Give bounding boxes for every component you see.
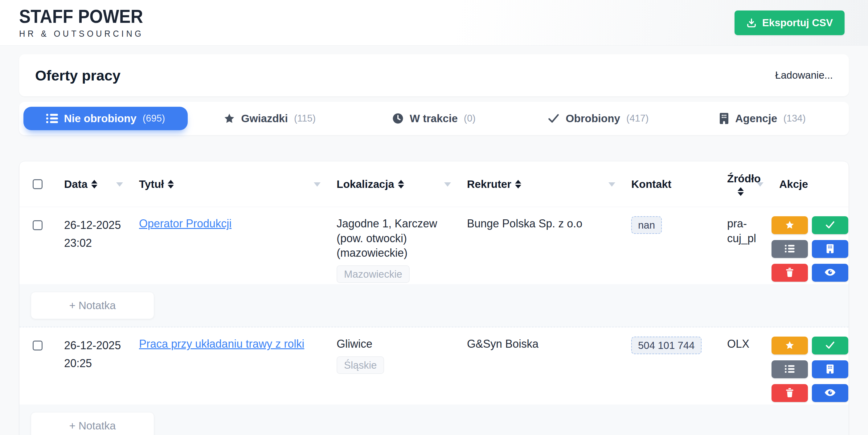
sort-icon	[91, 180, 97, 188]
star-icon	[785, 220, 794, 230]
column-label: Źródło	[727, 172, 761, 185]
column-header-kontakt: Kontakt	[631, 178, 727, 190]
time-value: 23:02	[64, 234, 128, 252]
column-header-tytul[interactable]: Tytuł	[139, 178, 337, 190]
cell-title: Operator Produkcji	[139, 207, 337, 284]
building-icon	[826, 244, 834, 255]
filter-caret-tytul[interactable]	[314, 182, 320, 187]
app-header: STAFF POWER HR & OUTSOURCING Eksportuj C…	[0, 0, 868, 46]
location-text: Gliwice	[337, 338, 372, 350]
list-icon	[785, 365, 795, 374]
download-icon	[746, 18, 757, 28]
trash-icon	[786, 268, 794, 278]
export-csv-label: Eksportuj CSV	[762, 17, 833, 29]
mark-done-button[interactable]	[812, 337, 848, 354]
column-label: Akcje	[779, 178, 808, 190]
job-title-link[interactable]: Praca przy układaniu trawy z rolki	[139, 338, 304, 350]
column-header-zrodlo[interactable]: Źródło	[727, 172, 772, 196]
column-header-akcje: Akcje	[772, 178, 848, 190]
tab-count: (134)	[783, 113, 805, 124]
clock-icon	[393, 113, 403, 124]
loading-status: Ładowanie...	[775, 69, 833, 81]
view-button[interactable]	[812, 264, 848, 282]
column-label: Lokalizacja	[337, 178, 394, 190]
filter-caret-rekruter[interactable]	[609, 182, 615, 187]
eye-icon	[825, 268, 836, 277]
building-icon	[826, 364, 834, 375]
sort-icon	[738, 187, 744, 196]
details-list-button[interactable]	[772, 240, 808, 258]
cell-date: 26-12-2025 23:02	[64, 207, 139, 284]
cell-contact: 504 101 744	[631, 327, 727, 404]
tab-gwiazdki[interactable]: Gwiazdki (115)	[188, 102, 352, 135]
details-list-button[interactable]	[772, 360, 808, 378]
note-row: + Notatka	[20, 284, 848, 327]
mark-done-button[interactable]	[812, 216, 848, 234]
agency-button[interactable]	[812, 360, 848, 378]
column-header-data[interactable]: Data	[64, 178, 139, 190]
row-checkbox[interactable]	[33, 341, 42, 350]
cell-source: pra-cuj_pl	[727, 207, 772, 284]
sort-icon	[515, 180, 521, 188]
filter-caret-zrodlo[interactable]	[757, 182, 764, 187]
tab-w-trakcie[interactable]: W trakcie (0)	[352, 102, 516, 135]
check-icon	[826, 221, 835, 230]
table-row: 26-12-2025 20:25 Praca przy układaniu tr…	[20, 327, 848, 404]
column-header-lokalizacja[interactable]: Lokalizacja	[337, 178, 467, 190]
cell-date: 26-12-2025 20:25	[64, 327, 139, 404]
region-badge: Mazowieckie	[337, 265, 410, 283]
contact-badge: 504 101 744	[631, 337, 702, 354]
tab-label: W trakcie	[410, 112, 458, 125]
logo-line1: STAFF POWER	[19, 7, 144, 26]
column-header-rekruter[interactable]: Rekruter	[467, 178, 631, 190]
export-csv-button[interactable]: Eksportuj CSV	[735, 10, 844, 35]
sort-icon	[168, 180, 174, 188]
select-all-checkbox[interactable]	[33, 179, 42, 189]
trash-icon	[786, 388, 794, 398]
cell-title: Praca przy układaniu trawy z rolki	[139, 327, 337, 404]
cell-actions	[772, 207, 848, 284]
delete-button[interactable]	[772, 384, 808, 402]
contact-badge: nan	[631, 216, 662, 234]
date-value: 26-12-2025	[64, 337, 128, 354]
star-button[interactable]	[772, 216, 808, 234]
column-label: Kontakt	[631, 178, 671, 190]
status-tabs: Nie obrobiony (695) Gwiazdki (115) W tra…	[19, 102, 849, 135]
star-icon	[224, 113, 235, 124]
job-title-link[interactable]: Operator Produkcji	[139, 217, 231, 230]
note-row: + Notatka	[20, 404, 848, 435]
cell-location: Jagodne 1, Karczew (pow. otwocki)(mazowi…	[337, 207, 467, 284]
page-title-card: Oferty pracy Ładowanie...	[19, 54, 849, 96]
add-note-button[interactable]: + Notatka	[31, 292, 154, 319]
list-icon	[785, 244, 795, 254]
filter-caret-lokalizacja[interactable]	[444, 182, 451, 187]
view-button[interactable]	[812, 384, 848, 402]
logo: STAFF POWER HR & OUTSOURCING	[19, 7, 144, 39]
column-label: Tytuł	[139, 178, 164, 190]
tab-agencje[interactable]: Agencje (134)	[680, 102, 844, 135]
add-note-button[interactable]: + Notatka	[31, 412, 154, 435]
row-checkbox[interactable]	[33, 220, 42, 230]
tab-obrobiony[interactable]: Obrobiony (417)	[516, 102, 680, 135]
date-value: 26-12-2025	[64, 216, 128, 234]
check-icon	[826, 341, 835, 350]
cell-recruiter: Bunge Polska Sp. z o.o	[467, 207, 631, 284]
page-title: Oferty pracy	[35, 67, 121, 84]
cell-recruiter: G&Syn Boiska	[467, 327, 631, 404]
star-button[interactable]	[772, 337, 808, 354]
cell-contact: nan	[631, 207, 727, 284]
tab-label: Gwiazdki	[241, 112, 288, 125]
tab-label: Obrobiony	[566, 112, 620, 125]
cell-actions	[772, 327, 848, 404]
job-offers-table: Data Tytuł Lokalizacja Rekruter Kontakt	[19, 161, 849, 435]
tab-nie-obrobiony[interactable]: Nie obrobiony (695)	[24, 107, 188, 130]
filter-caret-data[interactable]	[116, 182, 123, 187]
eye-icon	[825, 389, 836, 397]
list-icon	[46, 113, 58, 124]
star-icon	[785, 341, 794, 351]
column-label: Data	[64, 178, 88, 190]
tab-count: (0)	[464, 113, 475, 124]
agency-button[interactable]	[812, 240, 848, 258]
table-header-row: Data Tytuł Lokalizacja Rekruter Kontakt	[20, 161, 848, 207]
delete-button[interactable]	[772, 264, 808, 282]
